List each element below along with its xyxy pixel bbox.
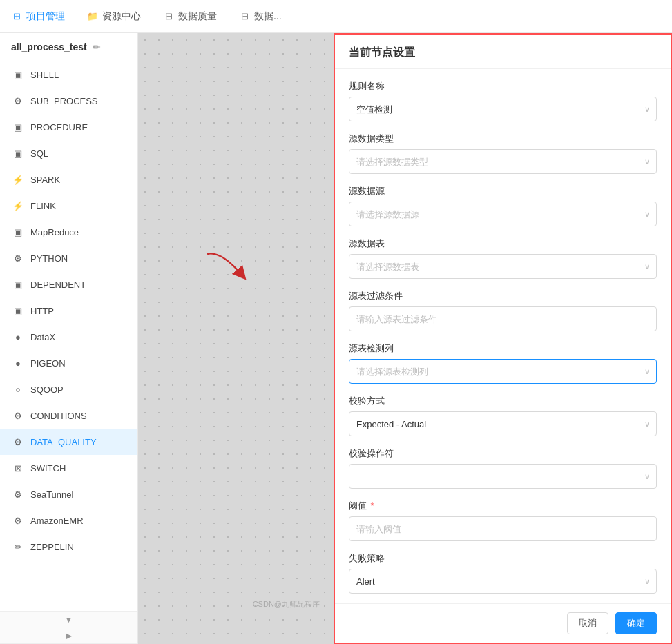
sidebar-item-icon: ⚙ <box>11 514 25 527</box>
sidebar-item-icon: ▣ <box>11 120 25 134</box>
sidebar-item-icon: ○ <box>11 382 25 396</box>
sidebar-item-icon: ● <box>11 330 25 344</box>
form-label-rule_name: 规则名称 <box>349 80 657 92</box>
select-wrapper-check_method: Expected - Actual∨ <box>349 411 657 436</box>
sidebar-item-python[interactable]: ⚙ PYTHON <box>0 245 137 271</box>
form-group-filter_condition: 源表过滤条件 <box>349 290 657 331</box>
form-label-source_table: 源数据表 <box>349 237 657 250</box>
select-wrapper-rule_name: 空值检测∨ <box>349 97 657 121</box>
sidebar-item-mapreduce[interactable]: ▣ MapReduce <box>0 219 137 245</box>
nav-item-dataquality[interactable]: ⊟ 数据质量 <box>163 10 217 23</box>
sidebar-item-label: ZEPPELIN <box>30 542 74 552</box>
sidebar-item-label: AmazonEMR <box>30 516 84 526</box>
sidebar-header: all_process_test ✏ <box>0 33 137 61</box>
sidebar-item-label: SUB_PROCESS <box>30 96 98 106</box>
confirm-button[interactable]: 确定 <box>615 612 657 634</box>
form-label-check_method: 校验方式 <box>349 395 657 407</box>
form-label-source_type: 源数据类型 <box>349 133 657 145</box>
sidebar-item-http[interactable]: ▣ HTTP <box>0 297 137 324</box>
sidebar-item-data_quality[interactable]: ⚙ DATA_QUALITY <box>0 429 137 455</box>
sidebar-item-icon: ⚙ <box>11 94 25 108</box>
sidebar-item-icon: ⚙ <box>11 435 25 449</box>
sidebar-item-seatunnel[interactable]: ⚙ SeaTunnel <box>0 481 137 507</box>
input-threshold[interactable] <box>349 516 657 541</box>
select-check_method[interactable]: Expected - Actual <box>349 411 657 436</box>
form-group-check_operator: 校验操作符=∨ <box>349 447 657 489</box>
sidebar-scroll-right[interactable]: ▶ <box>0 627 137 644</box>
sidebar-item-flink[interactable]: ⚡ FLINK <box>0 193 137 219</box>
sidebar-item-pigeon[interactable]: ● PIGEON <box>0 350 137 376</box>
select-check_column[interactable]: 请选择源表检测列 <box>349 359 657 384</box>
sidebar-item-label: FLINK <box>30 201 56 211</box>
form-label-fail_strategy: 失败策略 <box>349 552 657 565</box>
sidebar-item-procedure[interactable]: ▣ PROCEDURE <box>0 114 137 140</box>
select-check_operator[interactable]: = <box>349 464 657 489</box>
sidebar-scroll-down[interactable]: ▼ <box>0 611 137 627</box>
form-group-check_method: 校验方式Expected - Actual∨ <box>349 395 657 436</box>
form-group-source_table: 源数据表请选择源数据表∨ <box>349 237 657 279</box>
nav-item-project[interactable]: ⊞ 项目管理 <box>11 10 65 23</box>
sidebar-item-shell[interactable]: ▣ SHELL <box>0 61 137 88</box>
sidebar-item-label: PROCEDURE <box>30 122 88 133</box>
sidebar: all_process_test ✏ ▣ SHELL ⚙ SUB_PROCESS… <box>0 33 138 644</box>
sidebar-item-label: SPARK <box>30 175 60 185</box>
nav-item-data[interactable]: ⊟ 数据... <box>239 10 282 23</box>
form-label-check_operator: 校验操作符 <box>349 447 657 460</box>
sidebar-item-label: SWITCH <box>30 463 66 474</box>
sidebar-item-icon: ● <box>11 356 25 370</box>
sidebar-item-icon: ▣ <box>11 146 25 160</box>
form-group-source_db: 源数据源请选择源数据源∨ <box>349 185 657 226</box>
project-icon: ⊞ <box>11 11 22 22</box>
select-source_db[interactable]: 请选择源数据源 <box>349 202 657 226</box>
nav-label-resource: 资源中心 <box>102 10 141 23</box>
sidebar-item-label: DataX <box>30 332 55 342</box>
sidebar-item-label: SHELL <box>30 70 59 80</box>
form-group-fail_strategy: 失败策略Alert∨ <box>349 552 657 594</box>
select-fail_strategy[interactable]: Alert <box>349 569 657 594</box>
select-wrapper-source_table: 请选择源数据表∨ <box>349 254 657 279</box>
sidebar-item-label: SQOOP <box>30 384 64 395</box>
sidebar-item-icon: ⊠ <box>11 461 25 475</box>
dialog-panel: 当前节点设置 规则名称空值检测∨源数据类型请选择源数据类型∨源数据源请选择源数据… <box>334 33 672 644</box>
sidebar-item-icon: ⚡ <box>11 199 25 213</box>
sidebar-item-zeppelin[interactable]: ✏ ZEPPELIN <box>0 534 137 560</box>
input-filter_condition[interactable] <box>349 306 657 331</box>
sidebar-item-label: SQL <box>30 148 48 159</box>
nav-item-resource[interactable]: 📁 资源中心 <box>87 10 141 23</box>
sidebar-item-label: DEPENDENT <box>30 280 86 290</box>
nav-label-data: 数据... <box>254 10 282 23</box>
sidebar-item-spark[interactable]: ⚡ SPARK <box>0 166 137 193</box>
sidebar-item-switch[interactable]: ⊠ SWITCH <box>0 455 137 481</box>
sidebar-item-label: SeaTunnel <box>30 489 73 500</box>
data-icon: ⊟ <box>239 11 250 22</box>
sidebar-item-conditions[interactable]: ⚙ CONDITIONS <box>0 402 137 429</box>
form-group-check_column: 源表检测列请选择源表检测列∨ <box>349 342 657 384</box>
select-wrapper-fail_strategy: Alert∨ <box>349 569 657 594</box>
sidebar-item-dependent[interactable]: ▣ DEPENDENT <box>0 271 137 297</box>
form-label-source_db: 源数据源 <box>349 185 657 197</box>
sidebar-item-label: DATA_QUALITY <box>30 437 97 447</box>
sidebar-item-sqoop[interactable]: ○ SQOOP <box>0 376 137 402</box>
select-wrapper-check_operator: =∨ <box>349 464 657 489</box>
main-content: all_process_test ✏ ▣ SHELL ⚙ SUB_PROCESS… <box>0 33 672 644</box>
sidebar-item-icon: ⚙ <box>11 487 25 501</box>
sidebar-item-label: MapReduce <box>30 227 79 237</box>
sidebar-item-sub_process[interactable]: ⚙ SUB_PROCESS <box>0 88 137 114</box>
sidebar-item-icon: ⚡ <box>11 173 25 186</box>
sidebar-item-icon: ✏ <box>11 540 25 554</box>
select-wrapper-source_db: 请选择源数据源∨ <box>349 202 657 226</box>
cancel-button[interactable]: 取消 <box>567 612 608 634</box>
sidebar-item-label: HTTP <box>30 306 54 316</box>
sidebar-item-sql[interactable]: ▣ SQL <box>0 140 137 166</box>
select-rule_name[interactable]: 空值检测 <box>349 97 657 121</box>
select-source_table[interactable]: 请选择源数据表 <box>349 254 657 279</box>
select-wrapper-check_column: 请选择源表检测列∨ <box>349 359 657 384</box>
sidebar-item-label: PYTHON <box>30 253 68 264</box>
sidebar-item-icon: ▣ <box>11 304 25 318</box>
sidebar-item-amazonemr[interactable]: ⚙ AmazonEMR <box>0 507 137 534</box>
sidebar-item-label: PIGEON <box>30 358 66 369</box>
select-source_type[interactable]: 请选择源数据类型 <box>349 149 657 174</box>
sidebar-list[interactable]: ▣ SHELL ⚙ SUB_PROCESS ▣ PROCEDURE ▣ SQL … <box>0 61 137 611</box>
canvas-area: 当前节点设置 规则名称空值检测∨源数据类型请选择源数据类型∨源数据源请选择源数据… <box>138 33 672 644</box>
sidebar-item-datax[interactable]: ● DataX <box>0 324 137 350</box>
